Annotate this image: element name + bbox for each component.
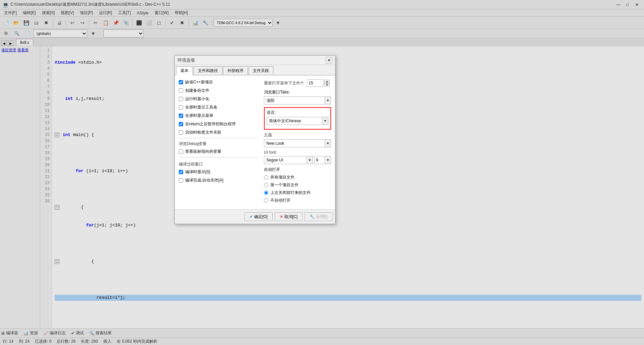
checkbox-pause-label: 在return之后暂停控制台程序 [185,121,236,127]
checkbox-pause-after-return: 在return之后暂停控制台程序 [179,121,259,127]
checkbox-minimize-label: 运行时最小化 [185,96,209,102]
ui-font-label: UI font: [264,150,331,155]
dialog-content: 缺省C++新项目 创建备份文件 运行时最小化 全屏时显示工具条 全屏时显示菜单 [175,75,335,209]
ok-icon: ✔ [250,214,253,219]
checkbox-auto-close-input[interactable] [179,178,183,183]
debug-section: 浏览Debug变量 查看鼠标指向的变量 [179,141,259,154]
apply-label: 应用[I] [316,214,327,220]
cancel-button[interactable]: ✕ 取消[C] [275,212,303,221]
checkbox-show-toolbar-input[interactable] [179,105,183,110]
checkbox-default-cpp: 缺省C++新项目 [179,79,259,85]
dialog-right-section: 重新打开菜单下文件个 ▲ ▼ 消息窗口Tabs: 顶部 ▼ [264,79,331,205]
compile-section-label: 编译过程窗口 [179,161,259,167]
ui-font-combo: Segoe UI ▼ [264,156,313,164]
checkbox-auto-close-label: 编译完成,自动关闭[A] [185,178,223,183]
auto-open-title: 自动打开 [264,167,331,172]
ui-font-size-btn[interactable]: ▼ [325,156,331,164]
radio-all-files: 所有项目文件 [264,175,331,180]
ui-font-dropdown-btn[interactable]: ▼ [307,156,313,164]
ok-label: 确定[O] [254,214,268,220]
dialog-tab-external[interactable]: 外部程序 [223,66,248,75]
ui-font-size-combo: 9 ▼ [314,156,331,164]
checkbox-show-compile: 编译时显示[S] [179,169,259,175]
reopen-label: 重新打开菜单下文件个 [264,80,304,86]
checkbox-show-compile-label: 编译时显示[S] [185,169,210,175]
checkbox-default-cpp-input[interactable] [179,80,183,84]
dialog-close-button[interactable]: ✕ [326,57,332,64]
checkbox-default-cpp-label: 缺省C++新项目 [185,79,213,85]
spinner-up-btn[interactable]: ▲ [324,80,330,83]
language-combo: 简体中文/Chinese ▼ [267,117,328,125]
spinner-btns: ▲ ▼ [324,80,330,86]
compile-section: 编译过程窗口 编译时显示[S] 编译完成,自动关闭[A] [179,161,259,183]
checkbox-watch-mouse-input[interactable] [179,149,183,154]
ui-font-value: Segoe UI [264,156,307,164]
reopen-row: 重新打开菜单下文件个 ▲ ▼ [264,79,331,87]
ui-font-row: Segoe UI ▼ 9 ▼ [264,156,331,164]
dialog-tabs: 基本 文件和路径 外部程序 文件关联 [175,65,335,75]
msg-tabs-value: 顶部 [264,96,325,105]
radio-last-file-input[interactable] [264,191,268,195]
checkbox-check-assoc-label: 启动时检查文件关联 [185,130,221,135]
checkbox-show-menu-input[interactable] [179,114,183,118]
radio-no-open: 不自动打开 [264,198,331,203]
msg-tabs-dropdown-btn[interactable]: ▼ [325,97,331,104]
debug-section-label: 浏览Debug变量 [179,141,259,147]
dialog-title: 环境选项 [177,57,195,63]
dialog-tab-files[interactable]: 文件和路径 [194,66,222,75]
checkbox-check-assoc-input[interactable] [179,130,183,135]
dialog-overlay: 环境选项 ✕ 基本 文件和路径 外部程序 文件关联 缺省C++新项目 创建备份文… [0,0,644,345]
cancel-icon: ✕ [280,214,283,219]
checkbox-show-menu-label: 全屏时显示菜单 [185,113,213,119]
dialog-footer: ✔ 确定[O] ✕ 取消[C] 🔧 应用[I] [175,209,335,224]
cancel-label: 取消[C] [284,214,298,220]
checkbox-minimize-input[interactable] [179,97,183,101]
radio-all-files-label: 所有项目文件 [270,175,294,180]
theme-dropdown-btn[interactable]: ▼ [325,140,331,147]
msg-tabs-combo: 顶部 ▼ [264,96,331,105]
checkbox-pause-input[interactable] [179,122,183,126]
theme-value: New Look [264,139,325,147]
ui-font-section: UI font: Segoe UI ▼ 9 ▼ [264,150,331,164]
msg-tabs-label: 消息窗口Tabs: [264,89,331,95]
divider-1 [179,138,259,138]
reopen-input[interactable] [307,79,324,87]
language-highlight-box: 语言: 简体中文/Chinese ▼ [264,107,331,130]
spinner-down-btn[interactable]: ▼ [324,83,330,86]
divider-2 [179,157,259,157]
theme-combo: New Look ▼ [264,139,331,147]
checkbox-auto-close: 编译完成,自动关闭[A] [179,178,259,183]
apply-button[interactable]: 🔧 应用[I] [305,212,332,221]
checkbox-show-toolbar-label: 全屏时显示工具条 [185,105,217,110]
checkbox-show-compile-input[interactable] [179,170,183,174]
checkbox-backup: 创建备份文件 [179,88,259,93]
theme-section: 主题 New Look ▼ [264,132,331,147]
radio-all-files-input[interactable] [264,175,268,180]
checkbox-backup-input[interactable] [179,88,183,93]
radio-first-file-label: 第一个项目文件 [270,182,299,188]
radio-no-open-label: 不自动打开 [270,198,290,203]
checkbox-check-assoc: 启动时检查文件关联 [179,130,259,135]
dialog-tab-assoc[interactable]: 文件关联 [249,66,273,75]
msg-tabs-section: 消息窗口Tabs: 顶部 ▼ [264,89,331,105]
environment-dialog: 环境选项 ✕ 基本 文件和路径 外部程序 文件关联 缺省C++新项目 创建备份文… [174,55,335,224]
language-value: 简体中文/Chinese [267,117,322,125]
checkbox-watch-mouse: 查看鼠标指向的变量 [179,149,259,154]
dialog-tab-basic[interactable]: 基本 [176,66,193,75]
ok-button[interactable]: ✔ 确定[O] [245,212,273,221]
checkbox-watch-mouse-label: 查看鼠标指向的变量 [185,149,221,154]
checkbox-backup-label: 创建备份文件 [185,88,209,93]
radio-first-file-input[interactable] [264,183,268,187]
dialog-title-bar: 环境选项 ✕ [175,56,335,65]
radio-no-open-input[interactable] [264,198,268,203]
language-label: 语言: [267,110,328,116]
checkbox-show-toolbar: 全屏时显示工具条 [179,105,259,110]
radio-first-file: 第一个项目文件 [264,182,331,188]
radio-last-file-label: 上次关闭前打来的文件 [270,190,311,196]
dialog-left-section: 缺省C++新项目 创建备份文件 运行时最小化 全屏时显示工具条 全屏时显示菜单 [179,79,259,205]
auto-open-section: 自动打开 所有项目文件 第一个项目文件 上次关闭前打来的文件 [264,167,331,203]
language-dropdown-btn[interactable]: ▼ [322,117,328,125]
ui-font-size-value: 9 [315,156,325,164]
theme-label: 主题 [264,132,331,138]
checkbox-show-menu: 全屏时显示菜单 [179,113,259,119]
